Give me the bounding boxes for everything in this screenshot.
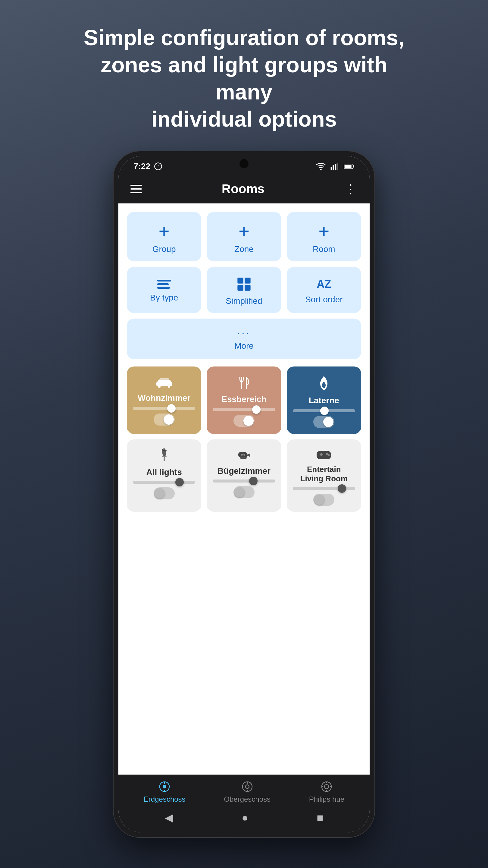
entertain-slider[interactable] bbox=[293, 487, 355, 490]
menu-button[interactable] bbox=[130, 185, 142, 193]
flame-icon bbox=[316, 375, 332, 392]
svg-rect-14 bbox=[245, 285, 251, 291]
laterne-slider[interactable] bbox=[293, 409, 355, 412]
back-button[interactable]: ◀ bbox=[165, 811, 173, 824]
svg-rect-13 bbox=[237, 285, 243, 291]
sort-order-button[interactable]: AZ Sort order bbox=[287, 267, 361, 313]
signal-icon bbox=[330, 163, 339, 170]
room-card-laterne[interactable]: Laterne bbox=[287, 367, 361, 434]
add-zone-label: Zone bbox=[234, 244, 254, 254]
laterne-name: Laterne bbox=[309, 396, 339, 406]
svg-rect-20 bbox=[159, 378, 169, 381]
laterne-toggle[interactable] bbox=[313, 416, 334, 428]
more-label: More bbox=[234, 341, 254, 351]
svg-point-29 bbox=[243, 454, 245, 456]
essbereich-name: Essbereich bbox=[221, 394, 266, 404]
room-card-entertain[interactable]: Entertain Living Room bbox=[287, 439, 361, 512]
headline-line2: zones and light groups with many bbox=[101, 53, 387, 104]
svg-point-44 bbox=[324, 784, 329, 789]
sort-order-label: Sort order bbox=[305, 295, 343, 304]
headline-line3: individual options bbox=[151, 107, 337, 131]
plus-icon-2: + bbox=[238, 221, 250, 240]
svg-rect-4 bbox=[331, 167, 332, 170]
add-group-label: Group bbox=[153, 244, 176, 254]
svg-point-23 bbox=[162, 456, 167, 457]
battery-icon bbox=[344, 163, 355, 170]
dining-icon bbox=[236, 375, 252, 391]
system-nav: ◀ ● ■ bbox=[119, 807, 369, 832]
lamp-icon bbox=[156, 448, 172, 464]
more-dots-icon: ··· bbox=[237, 327, 251, 339]
essbereich-slider[interactable] bbox=[213, 408, 275, 411]
by-type-button[interactable]: By type bbox=[127, 267, 201, 313]
more-options-button[interactable]: ⋮ bbox=[344, 181, 358, 196]
philips-hue-icon bbox=[321, 781, 332, 793]
entertain-toggle[interactable] bbox=[313, 494, 334, 506]
all-lights-slider[interactable] bbox=[133, 481, 195, 484]
nav-item-erdgeschoss[interactable]: Erdgeschoss bbox=[144, 781, 186, 804]
svg-rect-11 bbox=[237, 278, 243, 284]
philips-hue-label: Philips hue bbox=[309, 795, 344, 804]
entertain-name: Entertain Living Room bbox=[300, 465, 348, 484]
add-group-button[interactable]: + Group bbox=[127, 212, 201, 261]
erdgeschoss-label: Erdgeschoss bbox=[144, 795, 186, 804]
bottom-nav: Erdgeschoss Obergeschoss bbox=[119, 775, 369, 807]
bugelzimmer-toggle[interactable] bbox=[233, 486, 255, 498]
camera-notch bbox=[239, 159, 249, 168]
more-button[interactable]: ··· More bbox=[127, 318, 361, 359]
list-icon bbox=[157, 280, 171, 289]
by-type-label: By type bbox=[150, 293, 178, 303]
simplified-button[interactable]: Simplified bbox=[207, 267, 281, 313]
svg-rect-10 bbox=[345, 165, 352, 168]
obergeschoss-label: Obergeschoss bbox=[224, 795, 270, 804]
room-card-bugelzimmer[interactable]: Bügelzimmer bbox=[207, 439, 281, 512]
add-room-label: Room bbox=[313, 244, 335, 254]
action-row-1: + Group + Zone + Room bbox=[119, 204, 369, 261]
plus-icon: + bbox=[159, 221, 170, 240]
svg-point-34 bbox=[328, 454, 330, 456]
sofa-icon bbox=[155, 375, 173, 390]
wifi-icon bbox=[316, 163, 326, 170]
svg-rect-5 bbox=[332, 165, 334, 170]
top-nav: Rooms ⋮ bbox=[119, 174, 369, 204]
bugelzimmer-name: Bügelzimmer bbox=[218, 466, 270, 476]
svg-point-36 bbox=[163, 785, 166, 788]
svg-rect-27 bbox=[240, 457, 247, 459]
svg-rect-6 bbox=[335, 164, 336, 170]
svg-rect-32 bbox=[321, 453, 322, 456]
svg-rect-9 bbox=[353, 165, 354, 167]
all-lights-name: All lights bbox=[147, 467, 182, 477]
scroll-area: + Group + Zone + Room bbox=[119, 204, 369, 775]
svg-rect-16 bbox=[156, 381, 160, 386]
essbereich-toggle[interactable] bbox=[233, 415, 255, 427]
plus-icon-3: + bbox=[318, 221, 329, 240]
svg-rect-7 bbox=[337, 163, 338, 170]
all-lights-toggle[interactable] bbox=[154, 487, 175, 499]
add-zone-button[interactable]: + Zone bbox=[207, 212, 281, 261]
home-button[interactable]: ● bbox=[241, 811, 248, 824]
nav-item-obergeschoss[interactable]: Obergeschoss bbox=[224, 781, 270, 804]
svg-point-28 bbox=[241, 454, 243, 456]
wohnzimmer-name: Wohnzimmer bbox=[138, 393, 190, 403]
room-card-all-lights[interactable]: All lights bbox=[127, 439, 201, 512]
nav-item-philips-hue[interactable]: Philips hue bbox=[309, 781, 344, 804]
svg-rect-18 bbox=[158, 386, 161, 388]
simplified-label: Simplified bbox=[226, 296, 262, 306]
obergeschoss-icon bbox=[241, 781, 253, 793]
recent-button[interactable]: ■ bbox=[317, 811, 324, 824]
room-card-essbereich[interactable]: Essbereich bbox=[207, 367, 281, 434]
svg-point-40 bbox=[246, 785, 249, 788]
bugelzimmer-slider[interactable] bbox=[213, 479, 275, 483]
svg-rect-17 bbox=[168, 381, 172, 386]
room-grid-bottom: All lights bbox=[119, 434, 369, 518]
wohnzimmer-slider[interactable] bbox=[133, 407, 195, 410]
grid-icon bbox=[236, 276, 252, 292]
room-card-wohnzimmer[interactable]: Wohnzimmer bbox=[127, 367, 201, 434]
wohnzimmer-toggle[interactable] bbox=[154, 413, 175, 426]
svg-point-33 bbox=[326, 453, 328, 455]
iron-icon bbox=[236, 448, 252, 462]
erdgeschoss-icon bbox=[158, 781, 170, 793]
gamepad-icon bbox=[315, 448, 332, 461]
add-room-button[interactable]: + Room bbox=[287, 212, 361, 261]
svg-point-43 bbox=[322, 782, 331, 792]
